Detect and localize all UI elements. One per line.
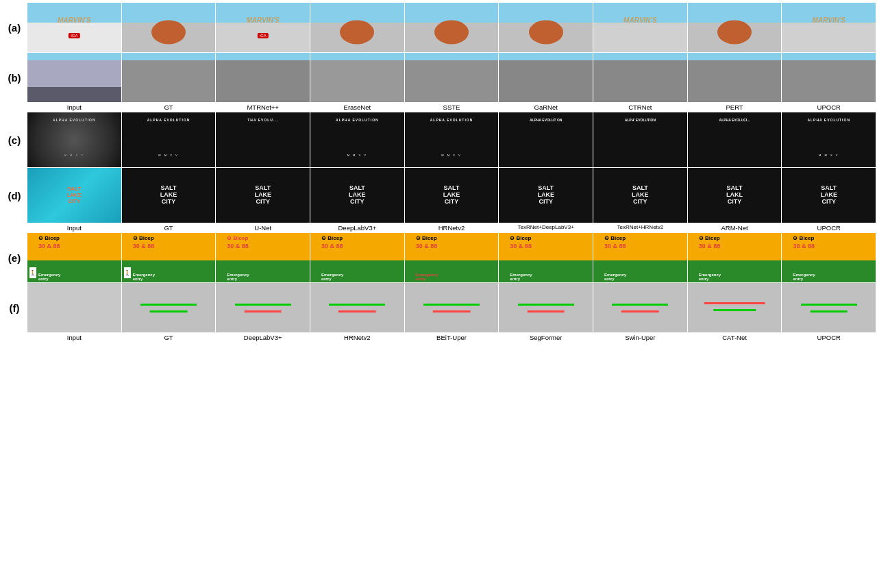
col-label-input-1: Input: [27, 103, 121, 111]
iga-badge-2: IGA: [258, 33, 269, 38]
cell-c-5: ALPHA EVOLUT ON: [499, 112, 593, 167]
green-bar-swin: [612, 304, 668, 306]
slc-upocr: SALTLAKECITY: [820, 185, 837, 206]
slc-gt: SALTLAKECITY: [160, 185, 177, 206]
img-b-pert: [688, 53, 782, 102]
img-b-erasenet: [310, 53, 404, 102]
col-label-upocr-2: UPOCR: [782, 224, 876, 232]
cell-c-2: THA EVOLU...: [216, 112, 310, 167]
alpha-upocr: ALPHA EVOLUTION: [807, 118, 850, 122]
cell-f-1: [122, 283, 216, 332]
img-d-deeplab: SALTLAKECITY: [310, 168, 404, 223]
img-c-garnet: ALPHA EVOLUT ON: [499, 112, 593, 167]
row-e: (e) ⊖ Bicep 30 & 88 Emergency entry 🚶 ⊖ …: [1, 233, 876, 282]
img-d-texrnet-deeplab: SALTLAKECITY: [499, 168, 593, 223]
row-a: (a) MARVIN'S IGA MARVIN'S IGA: [1, 3, 876, 52]
col-label-input-2: Input: [27, 224, 121, 232]
cell-a-1: [122, 3, 216, 52]
img-c-mtrnet: THA EVOLU...: [216, 112, 310, 167]
cell-a-3: [310, 3, 404, 52]
img-c-ctrnet: ALPH' EVOLUTION: [593, 112, 687, 167]
img-e-2: ⊖ Bicep 30 & 88 Emergency entry: [216, 233, 310, 282]
bicep-e8: ⊖ Bicep: [793, 235, 814, 241]
cell-b-3: [310, 53, 404, 102]
slc-armnet: SALTLAKLCITY: [726, 185, 743, 206]
row-c: (c) ALPHA EVOLUTION M M X V ALPHA EVOLUT…: [1, 112, 876, 167]
cell-a-4: [405, 3, 499, 52]
col-label-deeplab-3: DeepLabV3+: [216, 334, 310, 341]
img-a-ctrnet: MARVIN'S: [593, 3, 687, 52]
row-f-images: [27, 283, 876, 332]
col-label-sste: SSTE: [405, 103, 499, 111]
cell-c-1: ALPHA EVOLUTION M M X V: [122, 112, 216, 167]
alpha-erasenet: ALPHA EVOLUTION: [336, 118, 379, 122]
red-bar-hrnet: [338, 310, 376, 313]
alpha-mtrnet: THA EVOLU...: [247, 118, 278, 122]
row-b-images: [27, 53, 876, 102]
marvins-label-upocr: MARVIN'S: [812, 16, 845, 24]
30-88-e4: 30 & 88: [416, 243, 438, 249]
cell-b-7: [688, 53, 782, 102]
cell-f-5: [499, 283, 593, 332]
30-88-e5: 30 & 88: [510, 243, 532, 249]
red-bar-swin: [621, 310, 659, 313]
green-bar-upocr-2: [810, 310, 848, 313]
col-label-swin: Swin-Uper: [593, 334, 687, 341]
emergency-icon-e0: 🚶: [29, 267, 36, 278]
30-88-e6: 30 & 88: [604, 243, 626, 249]
oval-erasenet: [340, 21, 374, 45]
cell-e-4: ⊖ Bicep 30 & 88 Emergency entry: [405, 233, 499, 282]
bicep-e7: ⊖ Bicep: [699, 235, 720, 241]
cell-a-5: [499, 3, 593, 52]
img-e-7: ⊖ Bicep 30 & 88 Emergency entry: [688, 233, 782, 282]
slc-unet: SALTLAKECITY: [254, 185, 271, 206]
entry-e4: entry: [416, 277, 426, 281]
col-label-gt-1: GT: [122, 103, 216, 111]
img-d-unet: SALTLAKECITY: [216, 168, 310, 223]
img-c-gt: ALPHA EVOLUTION M M X V: [122, 112, 216, 167]
entry-e7: entry: [699, 277, 709, 281]
slc-texrnet-hrnet: SALTLAKECITY: [632, 185, 649, 206]
cell-f-0: [27, 283, 121, 332]
bicep-e5: ⊖ Bicep: [510, 235, 531, 241]
cell-a-8: MARVIN'S: [782, 3, 876, 52]
img-f-deeplab: [216, 283, 310, 332]
cell-c-3: ALPHA EVOLUTION M M X V: [310, 112, 404, 167]
bicep-e6: ⊖ Bicep: [604, 235, 626, 241]
green-bar-deeplab: [235, 304, 291, 306]
mmxv-upocr: M M X V: [819, 154, 839, 157]
row-label-c: (c): [1, 134, 27, 146]
slc-input: SALTLAKECITY: [66, 186, 82, 204]
bicep-e3: ⊖ Bicep: [321, 235, 343, 241]
img-a-pert: [688, 3, 782, 52]
red-bar-segformer: [527, 310, 565, 313]
red-bar-deeplab: [244, 310, 282, 313]
img-b-input: [27, 53, 121, 102]
img-b-gt: [122, 53, 216, 102]
green-bar-upocr: [801, 304, 857, 306]
row-label-a: (a): [1, 22, 27, 34]
entry-e6: entry: [604, 277, 615, 281]
col-label-upocr-1: UPOCR: [782, 103, 876, 111]
green-bar-segformer: [518, 304, 574, 306]
img-d-input: SALTLAKECITY: [27, 168, 121, 223]
col-label-catnet: CAT-Net: [688, 334, 782, 341]
labels-inner-1: Input GT MTRNet++ EraseNet SSTE GaRNet C…: [27, 103, 876, 111]
img-c-pert: ALPHA EVOLUCI...: [688, 112, 782, 167]
30-88-e7: 30 & 88: [699, 243, 721, 249]
emergency-icon-e1: 🚶: [124, 267, 131, 278]
cell-e-7: ⊖ Bicep 30 & 88 Emergency entry: [688, 233, 782, 282]
img-b-garnet: [499, 53, 593, 102]
img-a-input: MARVIN'S IGA: [27, 3, 121, 52]
cell-a-0: MARVIN'S IGA: [27, 3, 121, 52]
entry-e8: entry: [793, 277, 803, 281]
alpha-sste: ALPHA EVOLUTION: [430, 118, 473, 122]
alpha-pert: ALPHA EVOLUCI...: [719, 118, 750, 122]
img-a-mtrnet: MARVIN'S IGA: [216, 3, 310, 52]
col-label-ctrnet: CTRNet: [593, 103, 687, 111]
img-c-upocr: ALPHA EVOLUTION M M X V: [782, 112, 876, 167]
col-label-pert: PERT: [688, 103, 782, 111]
slc-hrnet: SALTLAKECITY: [443, 185, 460, 206]
cell-e-0: ⊖ Bicep 30 & 88 Emergency entry 🚶: [27, 233, 121, 282]
entry-e5: entry: [510, 277, 520, 281]
